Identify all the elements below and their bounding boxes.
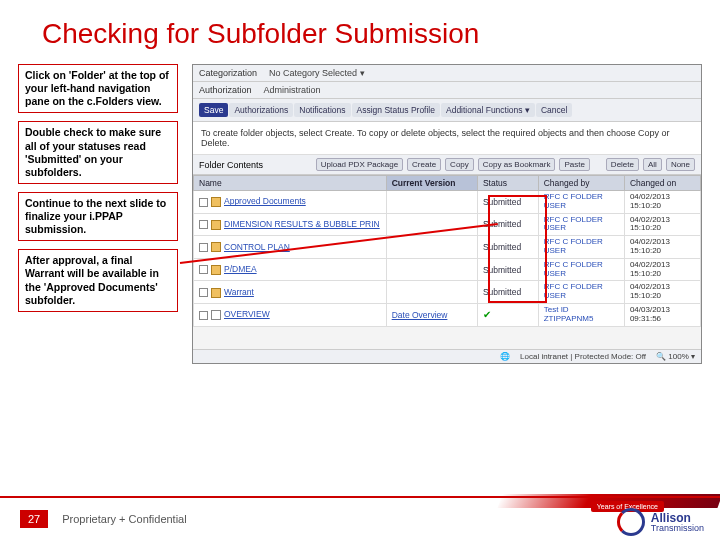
assign-status-button[interactable]: Assign Status Profile [352, 103, 440, 117]
row-name-cell[interactable]: Approved Documents [194, 191, 387, 214]
row-version-cell [386, 213, 477, 236]
row-date-cell: 04/02/2013 15:10:20 [624, 191, 700, 214]
folder-icon [211, 197, 221, 207]
folder-icon [211, 220, 221, 230]
select-all-button[interactable]: All [643, 158, 662, 171]
create-button[interactable]: Create [407, 158, 441, 171]
browser-status-bar: 🌐 Local intranet | Protected Mode: Off 🔍… [193, 349, 701, 363]
row-version-cell [386, 258, 477, 281]
paste-button[interactable]: Paste [559, 158, 589, 171]
table-row[interactable]: CONTROL PLANSubmittedRFC C FOLDER USER04… [194, 236, 701, 259]
row-changedby-cell: Test ID ZTIPPAPNM5 [538, 303, 624, 326]
row-version-cell [386, 281, 477, 304]
row-status-cell: ✔ [477, 303, 538, 326]
row-changedby-cell: RFC C FOLDER USER [538, 281, 624, 304]
folder-link[interactable]: Warrant [224, 287, 254, 297]
row-changedby-cell: RFC C FOLDER USER [538, 258, 624, 281]
folder-link[interactable]: CONTROL PLAN [224, 242, 290, 252]
row-status-cell: Submitted [477, 258, 538, 281]
folder-link[interactable]: Approved Documents [224, 196, 306, 206]
instruction-box-1: Click on 'Folder' at the top of your lef… [18, 64, 178, 113]
categorization-row: Categorization No Category Selected ▾ [193, 65, 701, 82]
row-status-cell: Submitted [477, 281, 538, 304]
delete-button[interactable]: Delete [606, 158, 639, 171]
table-row[interactable]: WarrantSubmittedRFC C FOLDER USER04/02/2… [194, 281, 701, 304]
zoom-dropdown[interactable]: 🔍 100% ▾ [656, 352, 695, 361]
row-name-cell[interactable]: CONTROL PLAN [194, 236, 387, 259]
checkbox-icon[interactable] [199, 243, 208, 252]
save-button[interactable]: Save [199, 103, 228, 117]
folder-contents-label: Folder Contents [199, 160, 263, 170]
row-status-cell: Submitted [477, 191, 538, 214]
folder-icon [211, 265, 221, 275]
upload-pdx-button[interactable]: Upload PDX Package [316, 158, 403, 171]
instruction-box-3: Continue to the next slide to finalize y… [18, 192, 178, 241]
row-status-cell: Submitted [477, 213, 538, 236]
folder-icon [211, 242, 221, 252]
folder-link[interactable]: P/DMEA [224, 264, 257, 274]
row-name-cell[interactable]: Warrant [194, 281, 387, 304]
globe-icon: 🌐 [500, 352, 510, 361]
checkbox-icon[interactable] [199, 265, 208, 274]
table-row[interactable]: DIMENSION RESULTS & BUBBLE PRINSubmitted… [194, 213, 701, 236]
checkbox-icon[interactable] [199, 311, 208, 320]
notifications-button[interactable]: Notifications [294, 103, 350, 117]
table-row[interactable]: P/DMEASubmittedRFC C FOLDER USER04/02/20… [194, 258, 701, 281]
folder-icon [211, 288, 221, 298]
row-changedby-cell: RFC C FOLDER USER [538, 236, 624, 259]
instruction-column: Click on 'Folder' at the top of your lef… [18, 64, 178, 364]
col-name[interactable]: Name [194, 176, 387, 191]
protected-mode-label: Local intranet | Protected Mode: Off [520, 352, 646, 361]
logo-text: AllisonTransmission [651, 512, 704, 533]
checkbox-icon[interactable] [199, 288, 208, 297]
row-changedby-cell: RFC C FOLDER USER [538, 191, 624, 214]
check-icon: ✔ [483, 309, 491, 320]
col-changed-by[interactable]: Changed by [538, 176, 624, 191]
instruction-box-2: Double check to make sure all of your st… [18, 121, 178, 184]
row-date-cell: 04/02/2013 15:10:20 [624, 236, 700, 259]
copy-bookmark-button[interactable]: Copy as Bookmark [478, 158, 556, 171]
select-none-button[interactable]: None [666, 158, 695, 171]
content-row: Click on 'Folder' at the top of your lef… [0, 56, 720, 364]
row-version-cell [386, 236, 477, 259]
authorization-label: Authorization [199, 85, 252, 95]
row-changedby-cell: RFC C FOLDER USER [538, 213, 624, 236]
folder-link[interactable]: DIMENSION RESULTS & BUBBLE PRIN [224, 219, 380, 229]
row-date-cell: 04/02/2013 15:10:20 [624, 258, 700, 281]
confidentiality-label: Proprietary + Confidential [62, 513, 186, 525]
categorization-value[interactable]: No Category Selected ▾ [269, 68, 365, 78]
row-date-cell: 04/02/2013 15:10:20 [624, 213, 700, 236]
row-date-cell: 04/02/2013 15:10:20 [624, 281, 700, 304]
doc-icon [211, 310, 221, 320]
col-changed-on[interactable]: Changed on [624, 176, 700, 191]
folder-contents-header: Folder Contents Upload PDX Package Creat… [193, 155, 701, 175]
page-number: 27 [20, 510, 48, 528]
slide-title: Checking for Subfolder Submission [0, 0, 720, 56]
col-status[interactable]: Status [477, 176, 538, 191]
overview-link[interactable]: OVERVIEW [224, 309, 270, 319]
row-version-cell [386, 191, 477, 214]
col-current-version[interactable]: Current Version [386, 176, 477, 191]
app-screenshot: Categorization No Category Selected ▾ Au… [192, 64, 702, 364]
row-name-cell[interactable]: OVERVIEW [194, 303, 387, 326]
instruction-box-4: After approval, a final Warrant will be … [18, 249, 178, 312]
cancel-button[interactable]: Cancel [536, 103, 572, 117]
row-name-cell[interactable]: DIMENSION RESULTS & BUBBLE PRIN [194, 213, 387, 236]
authorizations-button[interactable]: Authorizations [229, 103, 293, 117]
checkbox-icon[interactable] [199, 220, 208, 229]
slide-footer: 27 Proprietary + Confidential AllisonTra… [0, 496, 720, 540]
allison-logo: AllisonTransmission [617, 508, 704, 536]
row-name-cell[interactable]: P/DMEA [194, 258, 387, 281]
folder-table: Name Current Version Status Changed by C… [193, 175, 701, 327]
overview-row[interactable]: OVERVIEWDate Overview✔Test ID ZTIPPAPNM5… [194, 303, 701, 326]
help-text: To create folder objects, select Create.… [193, 122, 701, 155]
copy-button[interactable]: Copy [445, 158, 474, 171]
row-version-cell[interactable]: Date Overview [386, 303, 477, 326]
authorization-row: Authorization Administration [193, 82, 701, 99]
toolbar: Save Authorizations Notifications Assign… [193, 99, 701, 122]
categorization-label: Categorization [199, 68, 257, 78]
table-row[interactable]: Approved DocumentsSubmittedRFC C FOLDER … [194, 191, 701, 214]
additional-functions-button[interactable]: Additional Functions ▾ [441, 103, 535, 117]
checkbox-icon[interactable] [199, 198, 208, 207]
authorization-value: Administration [264, 85, 321, 95]
